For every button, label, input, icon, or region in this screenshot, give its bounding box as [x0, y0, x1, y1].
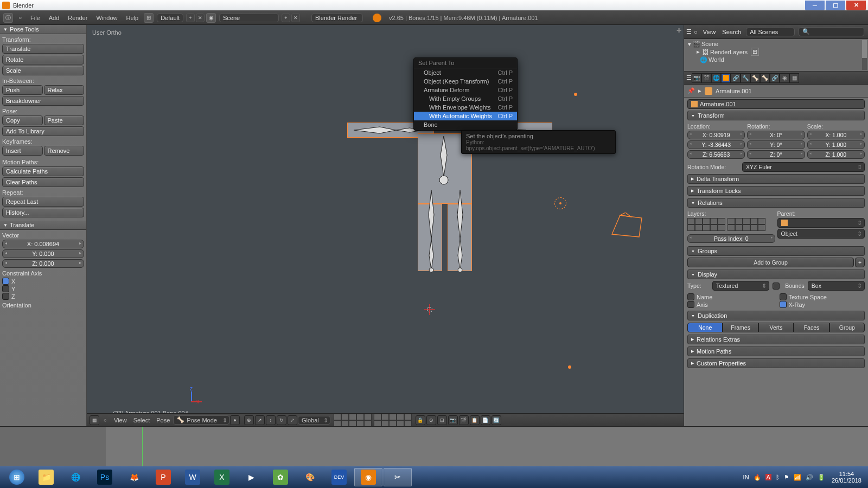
paint-icon[interactable]: 🎨	[296, 468, 324, 486]
display-header[interactable]: Display	[687, 269, 865, 279]
layout-del-button[interactable]: ✕	[196, 14, 205, 22]
tab-constraints[interactable]: 🔗	[731, 73, 741, 83]
display-type-select[interactable]: Textured	[712, 281, 769, 291]
manipulator-scale-icon[interactable]: ⤢	[288, 415, 297, 425]
relax-button[interactable]: Relax	[44, 85, 85, 95]
ctx-empty-groups[interactable]: With Empty GroupsCtrl P	[414, 94, 517, 103]
object-name-field[interactable]: Armature.001	[687, 99, 865, 109]
menu-collapse-icon[interactable]: ○	[15, 13, 25, 23]
editor-type-3dview-icon[interactable]: ▦	[90, 415, 99, 425]
duplication-header[interactable]: Duplication	[687, 311, 865, 320]
loc-x[interactable]: X: 0.90919	[687, 131, 745, 139]
volume-icon[interactable]: 🔊	[806, 474, 813, 481]
excel-icon[interactable]: X	[208, 468, 236, 486]
parent-type-select[interactable]: Object	[777, 229, 865, 239]
menu-window[interactable]: Window	[96, 15, 117, 21]
playhead[interactable]	[142, 427, 143, 470]
dup-faces[interactable]: Faces	[794, 323, 829, 332]
axis-z-check[interactable]	[2, 293, 9, 300]
battery-icon[interactable]: 🔋	[818, 474, 825, 481]
tray-icon-1[interactable]: 🔥	[754, 474, 761, 481]
system-tray[interactable]: IN 🔥 A ᛒ ⚑ 📶 🔊 🔋 11:54 26/01/2018	[741, 471, 866, 484]
close-button[interactable]: ✕	[846, 1, 866, 10]
explorer-icon[interactable]: 📁	[32, 468, 60, 486]
outliner-filter[interactable]: All Scenes	[746, 28, 795, 36]
shading-icon[interactable]: ●	[230, 415, 240, 425]
ctx-envelope-weights[interactable]: With Envelope WeightsCtrl P	[414, 103, 517, 112]
dup-verts[interactable]: Verts	[758, 323, 794, 332]
word-icon[interactable]: W	[178, 468, 207, 486]
scale-y[interactable]: Y: 1.000	[807, 140, 865, 149]
rotate-button[interactable]: Rotate	[2, 55, 84, 65]
translate-op-header[interactable]: Translate	[0, 221, 86, 230]
menu-add[interactable]: Add	[49, 15, 60, 21]
ctx-auto-weights[interactable]: With Automatic WeightsCtrl P	[414, 112, 517, 120]
editor-type-outliner-icon[interactable]: ☰	[686, 28, 692, 35]
add-library-button[interactable]: Add To Library	[2, 126, 84, 136]
snipping-tool-icon[interactable]: ✂	[384, 468, 412, 486]
tab-material[interactable]: ◉	[780, 73, 789, 83]
breakdowner-button[interactable]: Breakdowner	[2, 96, 84, 106]
coreldraw-icon[interactable]: ✿	[266, 468, 295, 486]
add-group-plus[interactable]: +	[855, 258, 865, 267]
snap-type-icon[interactable]: ⊡	[437, 415, 447, 425]
blender-taskbar-icon[interactable]: ◉	[354, 468, 382, 486]
rot-y[interactable]: Y: 0°	[747, 140, 805, 149]
copy-pose-icon[interactable]: 📋	[470, 415, 480, 425]
paste-button[interactable]: Paste	[44, 115, 85, 125]
network-icon[interactable]: 📶	[794, 474, 801, 481]
texspace-check[interactable]	[780, 293, 787, 300]
groups-header[interactable]: Groups	[687, 246, 865, 256]
outliner-scene[interactable]: Scene	[701, 41, 718, 47]
start-button[interactable]: ⊞	[3, 468, 31, 486]
menu-help[interactable]: Help	[126, 15, 139, 21]
tab-object[interactable]: 🟧	[721, 73, 731, 83]
outliner-search[interactable]: Search	[722, 29, 741, 35]
transform-header[interactable]: Transform	[687, 111, 865, 120]
pass-index[interactable]: Pass Index: 0	[687, 234, 775, 243]
scene-browse-icon[interactable]: ◉	[206, 13, 216, 23]
paste-pose-icon[interactable]: 📄	[481, 415, 490, 425]
tab-scene[interactable]: 🎬	[701, 73, 711, 83]
lang-indicator[interactable]: IN	[743, 474, 749, 480]
loc-y[interactable]: Y: -3.36443	[687, 140, 745, 149]
devcpp-icon[interactable]: DEV	[325, 468, 353, 486]
scale-z[interactable]: Z: 1.000	[807, 150, 865, 159]
axis-y-check[interactable]	[2, 285, 9, 292]
flag-icon[interactable]: ⚑	[784, 474, 789, 481]
vp-menu-view[interactable]: View	[114, 417, 127, 423]
dup-none[interactable]: None	[687, 323, 723, 332]
render-preview-icon[interactable]: 📷	[448, 415, 458, 425]
render-anim-icon[interactable]: 🎬	[459, 415, 469, 425]
ctx-object[interactable]: ObjectCtrl P	[414, 68, 517, 77]
scale-x[interactable]: X: 1.000	[807, 131, 865, 139]
dup-group[interactable]: Group	[829, 323, 865, 332]
copy-button[interactable]: Copy	[2, 115, 43, 125]
tab-bone[interactable]: 🦴	[760, 73, 770, 83]
manipulator-rotate-icon[interactable]: ↻	[277, 415, 286, 425]
screen-layout-select[interactable]: Default	[157, 14, 183, 22]
transform-locks-header[interactable]: Transform Locks	[687, 186, 865, 196]
photoshop-icon[interactable]: Ps	[91, 468, 119, 486]
paste-flip-icon[interactable]: 🔄	[492, 415, 501, 425]
loc-z[interactable]: Z: 6.56663	[687, 150, 745, 159]
menu-render[interactable]: Render	[68, 15, 87, 21]
outliner-renderlayers[interactable]: RenderLayers	[710, 49, 748, 55]
mode-select[interactable]: 🦴Pose Mode	[173, 415, 229, 425]
ctx-bone[interactable]: Bone	[414, 120, 517, 129]
tab-texture[interactable]: ▦	[789, 73, 799, 83]
repeat-last-button[interactable]: Repeat Last	[2, 197, 84, 207]
windows-taskbar[interactable]: ⊞ 📁 🌐 Ps 🦊 P W X ▶ ✿ 🎨 DEV ◉ ✂ IN 🔥 A ᛒ …	[0, 466, 868, 488]
scene-add-button[interactable]: +	[282, 14, 290, 22]
scene-del-button[interactable]: ✕	[291, 14, 300, 22]
relations-header[interactable]: Relations	[687, 198, 865, 208]
push-button[interactable]: Push	[2, 85, 43, 95]
orientation-select[interactable]: Global	[298, 416, 330, 425]
display-axis-check[interactable]	[687, 301, 694, 308]
display-name-check[interactable]	[687, 293, 694, 300]
outliner[interactable]: ▾🎬Scene ▸🖼RenderLayers⊞ 🌐World	[684, 39, 868, 72]
scene-select[interactable]: Scene	[219, 14, 279, 22]
menu-file[interactable]: File	[30, 15, 40, 21]
clock[interactable]: 11:54 26/01/2018	[832, 471, 861, 484]
insert-key-button[interactable]: Insert	[2, 146, 43, 156]
